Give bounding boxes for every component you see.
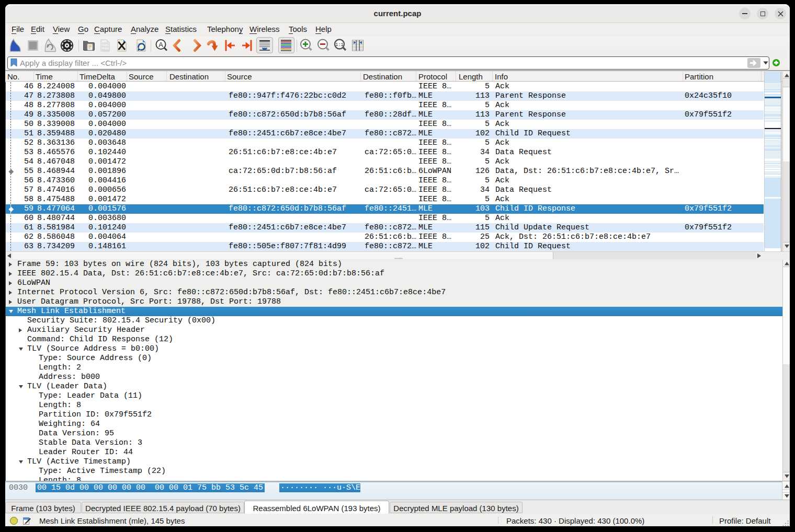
svg-text:0111: 0111 <box>101 48 109 52</box>
svg-text:A: A <box>158 41 163 49</box>
svg-text:1:1: 1:1 <box>335 42 343 48</box>
